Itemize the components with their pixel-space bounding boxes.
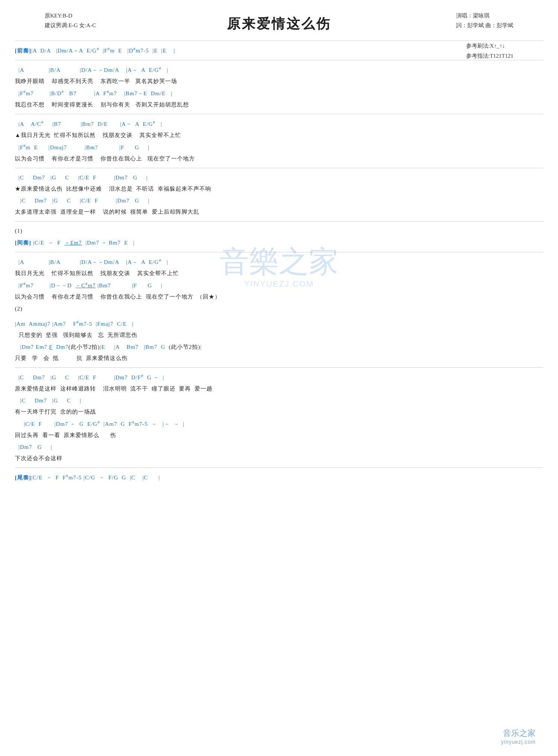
suggestion-text: 建议男调:E-G 女:A-C [45,21,96,31]
section-part2: |Am Ammaj7 |Am7 F#m7-5 |Fmaj7 C/E | 只想变的… [15,318,543,364]
v1-chord2: |F#m7 |B/D# B7 |A F#m7 |Bm7－E Dm/E | [15,87,543,99]
v3-chord2: |F#m7 |D－－D －C#m7 |Bm7 |F G | [15,280,543,291]
section-chorus1: |C Dm7 |G C |C/E F |Dm7 G | ★原来爱情这么伤 比想像… [15,172,543,217]
logo-en: yinyuezj.com [501,739,536,745]
ch1-lyric1: ★原来爱情这么伤 比想像中还难 泪水总是 不听话 幸福躲起来不声不响 [15,183,543,194]
fc-chord2: |C Dm7 |G C | [15,395,543,406]
divider-6 [15,252,543,252]
v2-lyric1: ▲我日月无光 忙得不知所以然 找朋友交谈 其实全帮不上忙 [15,130,543,141]
v2-lyric2: 以为会习惯 有你在才是习惯 你曾住在我心上 现在空了一个地方 [15,153,543,164]
logo-cn: 音乐之家 [501,728,536,739]
section-verse3: |A |B/A |D/A－－Dm/A |A－ A E/G# | 我日月无光 忙得… [15,256,543,314]
ref-strum: 参考刷法:X↑_↑↓ [466,41,514,51]
fc-lyric2: 有一天终于打完 念的的一场战 [15,406,543,417]
section-verse1: |A |B/A |D/A－－Dm/A |A－ A E/G# | 我睁开眼睛 却感… [15,64,543,110]
fc-lyric3: 回过头再 看一看 原来爱情那么 伤 [15,430,543,441]
section-verse2: |A A/C# |B7 |Bm7 D/E |A－ A E/G# | ▲我日月无光… [15,118,543,164]
prelude-chords: [前奏]|A D/A |Dm/A－A E/G# |F#m E |D#m7-5 |… [15,45,543,56]
interlude-chords: [间奏] |C/E － F －Em7 |Dm7 － Bm7 E | [15,237,543,248]
section-prelude: [前奏]|A D/A |Dm/A－A E/G# |F#m E |D#m7-5 |… [15,45,543,56]
divider-7 [15,367,543,368]
ref-finger: 参考指法:T121T121 [466,51,514,61]
fc-chord3: |C/E F |Dm7 － G E/G# |Am7 G F#m7-5 － |－ … [15,418,543,430]
section-outro: [尾奏]|C/E － F F#m7-5 |C/G － F/G G |C |C | [15,472,543,483]
v1-chord1: |A |B/A |D/A－－Dm/A |A－ A E/G# | [15,64,543,76]
divider-3 [15,114,543,114]
v1-lyric1: 我睁开眼睛 却感觉不到天亮 东西吃一半 莫名其妙哭一场 [15,76,543,87]
fc-lyric1: 原来爱情是这样 这样峰迴路转 泪水明明 流不干 瞳了眼还 要再 爱一趟 [15,383,543,394]
outro-chords: [尾奏]|C/E － F F#m7-5 |C/G － F/G G |C |C | [15,472,543,483]
section-interlude: (1) [间奏] |C/E － F －Em7 |Dm7 － Bm7 E | [15,225,543,248]
ch1-lyric2: 太多道理太牵强 道理全是一样 说的时候 很简单 爱上后却阵脚大乱 [15,206,543,217]
v2-chord2: |F#m E |Dmaj7 |Bm7 |F G | [15,141,543,153]
logo-bottom-right: 音乐之家 yinyuezj.com [501,728,536,745]
fc-lyric4: 下次还会不会这样 [15,453,543,464]
ch1-chord2: |C Dm7 |G C |C/E F |Dm7 G | [15,195,543,206]
fc-chord4: |Dm7 G | [15,441,543,453]
v1-lyric2: 我忍住不想 时间变得更漫长 别与你有关 否则又开始胡思乱想 [15,99,543,110]
v2-chord1: |A A/C# |B7 |Bm7 D/E |A－ A E/G# | [15,118,543,130]
v3-num2: (2) [15,303,543,314]
ch1-chord1: |C Dm7 |G C |C/E F |Dm7 G | [15,172,543,183]
key-text: 原KEY:B-D [45,11,96,21]
divider-4 [15,168,543,168]
p2-lyric1: 只想变的 坚强 强到能够去 忘 无所谓悲伤 [15,329,543,341]
p2-lyric2: 只要 学 会 抵 抗 原来爱情这么伤 [15,353,543,364]
divider-2 [15,60,543,60]
ref-right: 参考刷法:X↑_↑↓ 参考指法:T121T121 [466,41,514,61]
divider-1 [15,41,543,41]
v3-chord1: |A |B/A |D/A－－Dm/A |A－ A E/G# | [15,256,543,268]
meta-left: 原KEY:B-D 建议男调:E-G 女:A-C [45,11,96,30]
p2-chord1: |Am Ammaj7 |Am7 F#m7-5 |Fmaj7 C/E | [15,318,543,329]
v3-lyric1: 我日月无光 忙得不知所以然 找朋友交谈 其实全帮不上忙 [15,268,543,279]
p2-chord2: |Dm7 Em7 F Dm7(此小节2拍)|E |A Bm7 |Bm7 G (此… [15,341,543,353]
singer-text: 演唱：梁咏琪 [456,11,513,21]
interlude-label-num: (1) [15,225,543,236]
v3-lyric2: 以为会习惯 有你在才是习惯 你曾住在我心上 现在空了一个地方 （回★） [15,291,543,302]
fc-chord1: |C Dm7 |G C |C/E F |Dm7 D/F# G － | [15,371,543,383]
lyricist-text: 詞：彭学斌 曲：彭学斌 [456,21,513,31]
divider-5 [15,221,543,221]
divider-8 [15,468,543,468]
section-final-chorus: |C Dm7 |G C |C/E F |Dm7 D/F# G － | 原来爱情是… [15,371,543,464]
meta-right: 演唱：梁咏琪 詞：彭学斌 曲：彭学斌 [456,11,513,30]
